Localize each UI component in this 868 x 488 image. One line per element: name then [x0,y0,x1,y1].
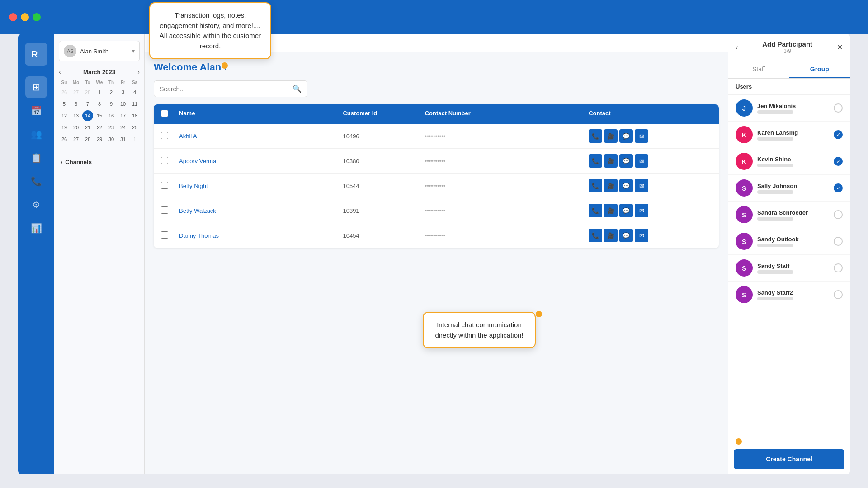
cal-day-today[interactable]: 14 [82,110,93,121]
panel-close-button[interactable]: ✕ [837,43,843,52]
cal-day[interactable]: 26 [59,134,70,145]
cal-day[interactable]: 26 [59,87,70,98]
cal-day[interactable]: 15 [94,110,105,121]
row-checkbox-1[interactable] [161,132,168,139]
cal-day[interactable]: 1 [129,134,140,145]
cal-prev-button[interactable]: ‹ [59,68,61,75]
cal-day[interactable]: 27 [71,87,81,98]
channels-toggle[interactable]: › Channels [59,156,140,168]
cal-day[interactable]: 2 [106,87,117,98]
row-checkbox-2[interactable] [161,157,168,164]
cal-day[interactable]: 3 [118,87,128,98]
nav-users-icon[interactable]: 👥 [25,123,47,145]
content-area: Welcome Alan ! 🔍 Name Customer Id Contac… [145,52,728,474]
cal-day[interactable]: 12 [59,110,70,121]
cal-day[interactable]: 31 [118,134,128,145]
cal-day[interactable]: 1 [94,87,105,98]
radio-button[interactable] [834,290,843,299]
cal-day[interactable]: 22 [94,122,105,133]
call-button[interactable]: 📞 [589,204,602,217]
user-item-name: Jen Mikalonis [757,103,829,109]
cal-day[interactable]: 19 [59,122,70,133]
panel-back-button[interactable]: ‹ [736,43,738,52]
cal-day[interactable]: 25 [129,122,140,133]
tab-staff[interactable]: Staff [728,61,789,78]
nav-grid-icon[interactable]: ⊞ [25,76,47,98]
customer-name[interactable]: Betty Night [179,183,343,189]
email-button[interactable]: ✉ [635,229,648,242]
cal-day[interactable]: 21 [82,122,93,133]
search-button[interactable]: 🔍 [292,84,302,93]
nav-calendar-icon[interactable]: 📅 [25,100,47,122]
radio-button[interactable] [834,210,843,219]
create-channel-button[interactable]: Create Channel [734,449,844,469]
video-button[interactable]: 🎥 [604,154,618,168]
customer-name[interactable]: Apoorv Verma [179,158,343,164]
cal-day[interactable]: 8 [94,99,105,109]
cal-next-button[interactable]: › [137,68,140,75]
tab-group[interactable]: Group [789,61,850,78]
call-button[interactable]: 📞 [589,154,602,168]
user-selector[interactable]: AS Alan Smith ▾ [59,41,140,61]
contact-number: •••••••••• [425,183,589,189]
customer-name[interactable]: Akhil A [179,133,343,140]
cal-day[interactable]: 9 [106,99,117,109]
video-button[interactable]: 🎥 [604,129,618,143]
chat-button[interactable]: 💬 [619,204,633,217]
cal-day[interactable]: 11 [129,99,140,109]
cal-day[interactable]: 4 [129,87,140,98]
row-checkbox-5[interactable] [161,231,168,239]
close-button[interactable] [9,13,17,21]
cal-day[interactable]: 6 [71,99,81,109]
select-all-checkbox[interactable] [161,110,168,117]
search-input[interactable] [160,85,292,93]
chat-button[interactable]: 💬 [619,229,633,242]
customer-name[interactable]: Betty Walzack [179,207,343,214]
minimize-button[interactable] [21,13,29,21]
radio-button[interactable] [834,157,843,166]
row-checkbox-4[interactable] [161,206,168,214]
nav-reports-icon[interactable]: 📊 [25,217,47,239]
video-button[interactable]: 🎥 [604,204,618,217]
chat-button[interactable]: 💬 [619,129,633,143]
cal-day[interactable]: 30 [106,134,117,145]
cal-day[interactable]: 23 [106,122,117,133]
radio-button[interactable] [834,130,843,139]
email-button[interactable]: ✉ [635,129,648,143]
customer-name[interactable]: Danny Thomas [179,232,343,239]
radio-button[interactable] [834,263,843,272]
video-button[interactable]: 🎥 [604,229,618,242]
chat-button[interactable]: 💬 [619,179,633,192]
maximize-button[interactable] [33,13,41,21]
email-button[interactable]: ✉ [635,179,648,192]
call-button[interactable]: 📞 [589,229,602,242]
radio-button[interactable] [834,103,843,113]
cal-day[interactable]: 7 [82,99,93,109]
nav-settings-icon[interactable]: ⚙ [25,194,47,216]
cal-day[interactable]: 20 [71,122,81,133]
cal-day[interactable]: 18 [129,110,140,121]
radio-button[interactable] [834,237,843,246]
cal-day[interactable]: 29 [94,134,105,145]
cal-day[interactable]: 28 [82,87,93,98]
chat-button[interactable]: 💬 [619,154,633,168]
cal-day[interactable]: 24 [118,122,128,133]
welcome-title: Welcome Alan ! [154,61,719,73]
nav-tasks-icon[interactable]: 📋 [25,147,47,169]
cal-day[interactable]: 28 [82,134,93,145]
nav-contacts-icon[interactable]: 📞 [25,170,47,192]
call-button[interactable]: 📞 [589,179,602,192]
radio-button[interactable] [834,183,843,192]
video-button[interactable]: 🎥 [604,179,618,192]
call-button[interactable]: 📞 [589,129,602,143]
cal-day[interactable]: 16 [106,110,117,121]
email-button[interactable]: ✉ [635,154,648,168]
cal-day[interactable]: 17 [118,110,128,121]
row-checkbox-3[interactable] [161,182,168,189]
avatar: S [736,259,753,277]
cal-day[interactable]: 10 [118,99,128,109]
cal-day[interactable]: 13 [71,110,81,121]
email-button[interactable]: ✉ [635,204,648,217]
cal-day[interactable]: 27 [71,134,81,145]
cal-day[interactable]: 5 [59,99,70,109]
